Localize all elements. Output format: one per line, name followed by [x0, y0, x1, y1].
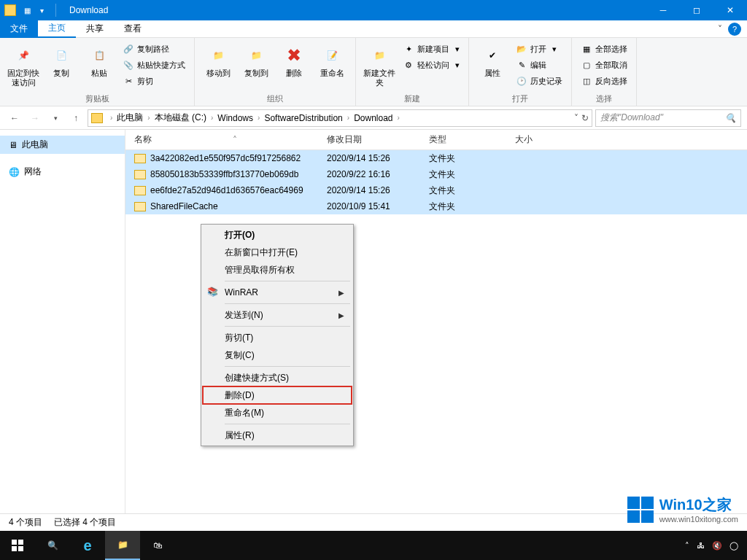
ctx-copy[interactable]: 复制(C) [203, 346, 352, 364]
store-button[interactable]: 🛍 [140, 531, 175, 560]
ctx-cut[interactable]: 剪切(T) [203, 329, 352, 346]
svg-rect-0 [12, 540, 17, 545]
ctx-rename[interactable]: 重命名(M) [203, 404, 352, 421]
tab-share[interactable]: 共享 [76, 20, 114, 38]
volume-tray-icon[interactable]: 🔇 [712, 541, 722, 551]
select-all-button[interactable]: ▦全部选择 [578, 41, 630, 57]
file-row[interactable]: SharedFileCache 2020/10/9 15:41 文件夹 [125, 198, 747, 214]
group-clipboard-label: 剪贴板 [6, 92, 188, 104]
title-bar: ▦ ▾ Download ─ ◻ ✕ [0, 0, 747, 20]
help-icon[interactable]: ? [728, 23, 741, 36]
col-size[interactable]: 大小 [506, 133, 565, 146]
col-name[interactable]: 名称˄ [125, 133, 318, 146]
breadcrumb: › 此电脑› 本地磁盘 (C:)› Windows› SoftwareDistr… [107, 112, 403, 124]
svg-rect-1 [18, 540, 23, 545]
pin-icon: 📌 [12, 44, 35, 67]
computer-icon: 🖥 [9, 140, 18, 150]
folder-icon [134, 202, 146, 211]
tab-file[interactable]: 文件 [0, 20, 38, 38]
new-item-button[interactable]: ✦新建项目▾ [400, 41, 462, 57]
crumb-item[interactable]: Windows [217, 113, 253, 123]
ctx-open[interactable]: 打开(O) [203, 226, 352, 244]
group-open-label: 打开 [475, 92, 565, 104]
nav-this-pc[interactable]: 🖥 此电脑 [0, 136, 125, 154]
maximize-button[interactable]: ◻ [680, 0, 713, 20]
new-folder-button[interactable]: 📁新建文件夹 [362, 41, 397, 88]
paste-shortcut-button[interactable]: 📎粘贴快捷方式 [120, 57, 188, 73]
col-date[interactable]: 修改日期 [318, 133, 420, 146]
cut-button[interactable]: ✂剪切 [120, 73, 188, 89]
system-tray: ˄ 🖧 🔇 ◯ [685, 541, 747, 551]
taskbar: 🔍 e 📁 🛍 ˄ 🖧 🔇 ◯ [0, 531, 747, 560]
crumb-item[interactable]: SoftwareDistribution [264, 113, 342, 123]
invert-selection-button[interactable]: ◫反向选择 [578, 73, 630, 89]
cut-icon: ✂ [123, 75, 134, 87]
ribbon-collapse-icon[interactable]: ˅ [718, 24, 722, 34]
ctx-take-ownership[interactable]: 管理员取得所有权 [203, 261, 352, 279]
col-type[interactable]: 类型 [420, 133, 506, 146]
pin-quick-access-button[interactable]: 📌 固定到快速访问 [6, 41, 41, 88]
search-button[interactable]: 🔍 [35, 531, 70, 560]
file-row[interactable]: 3a422082ed1e550f957dc5f917256862 2020/9/… [125, 150, 747, 166]
ctx-open-new-window[interactable]: 在新窗口中打开(E) [203, 244, 352, 261]
history-icon: 🕑 [516, 75, 527, 87]
group-organize-label: 组织 [201, 92, 349, 104]
dropdown-icon[interactable]: ˅ [574, 113, 578, 123]
open-button[interactable]: 📂打开▾ [513, 41, 565, 57]
copy-button[interactable]: 📄 复制 [44, 41, 79, 78]
folder-icon [91, 113, 103, 123]
search-icon: 🔍 [725, 113, 736, 123]
up-button[interactable]: ↑ [67, 109, 85, 127]
address-bar: ← → ▾ ↑ › 此电脑› 本地磁盘 (C:)› Windows› Softw… [0, 106, 747, 130]
edit-button[interactable]: ✎编辑 [513, 57, 565, 73]
ctx-create-shortcut[interactable]: 创建快捷方式(S) [203, 369, 352, 386]
minimize-button[interactable]: ─ [646, 0, 680, 20]
recent-dropdown[interactable]: ▾ [47, 109, 64, 127]
ctx-properties[interactable]: 属性(R) [203, 427, 352, 444]
close-button[interactable]: ✕ [713, 0, 747, 20]
crumb-item[interactable]: Download [354, 113, 392, 123]
svg-rect-3 [18, 546, 23, 551]
tray-up-icon[interactable]: ˄ [685, 541, 689, 551]
selectnone-icon: ▢ [581, 59, 592, 71]
ctx-winrar[interactable]: 📚WinRAR▶ [203, 284, 352, 301]
crumb-item[interactable]: 此电脑 [117, 112, 143, 124]
search-input[interactable]: 搜索"Download" 🔍 [595, 109, 741, 127]
history-button[interactable]: 🕑历史记录 [513, 73, 565, 89]
move-to-button[interactable]: 📁移动到 [201, 41, 236, 78]
refresh-icon[interactable]: ↻ [581, 113, 589, 123]
rename-icon: 📝 [320, 44, 344, 67]
nav-network[interactable]: 🌐 网络 [0, 163, 125, 181]
forward-button[interactable]: → [26, 109, 44, 127]
copy-path-button[interactable]: 🔗复制路径 [120, 41, 188, 57]
file-row[interactable]: 858050183b53339ffbf313770eb069db 2020/9/… [125, 166, 747, 182]
start-button[interactable] [0, 531, 35, 560]
copy-to-button[interactable]: 📁复制到 [239, 41, 274, 78]
paste-button[interactable]: 📋 粘贴 [82, 41, 117, 78]
properties-button[interactable]: ✔属性 [475, 41, 510, 78]
window-title: Download [69, 5, 108, 15]
edge-button[interactable]: e [70, 531, 105, 560]
ime-icon[interactable]: ◯ [729, 541, 738, 551]
qat-dropdown[interactable]: ▾ [35, 4, 48, 17]
rename-button[interactable]: 📝重命名 [314, 41, 349, 78]
newfolder-icon: 📁 [368, 44, 391, 67]
shortcut-icon: 📎 [123, 59, 134, 71]
delete-button[interactable]: ✖删除 [276, 41, 311, 78]
crumb-item[interactable]: 本地磁盘 (C:) [155, 112, 206, 124]
qat-item[interactable]: ▦ [20, 4, 34, 17]
easy-access-button[interactable]: ⚙轻松访问▾ [400, 57, 462, 73]
network-tray-icon[interactable]: 🖧 [697, 541, 705, 550]
ctx-delete[interactable]: 删除(D) [203, 386, 352, 404]
explorer-button[interactable]: 📁 [105, 531, 140, 560]
tab-view[interactable]: 查看 [114, 20, 152, 38]
select-none-button[interactable]: ▢全部取消 [578, 57, 630, 73]
watermark-title: Win10之家 [659, 495, 738, 515]
tab-home[interactable]: 主页 [38, 20, 76, 38]
back-button[interactable]: ← [6, 109, 23, 127]
watermark-url: www.win10xitong.com [659, 515, 738, 524]
ctx-send-to[interactable]: 发送到(N)▶ [203, 306, 352, 324]
file-row[interactable]: ee6fde27a52d946d1d636576eac64969 2020/9/… [125, 182, 747, 198]
breadcrumb-box[interactable]: › 此电脑› 本地磁盘 (C:)› Windows› SoftwareDistr… [88, 109, 592, 127]
folder-icon [134, 154, 146, 163]
